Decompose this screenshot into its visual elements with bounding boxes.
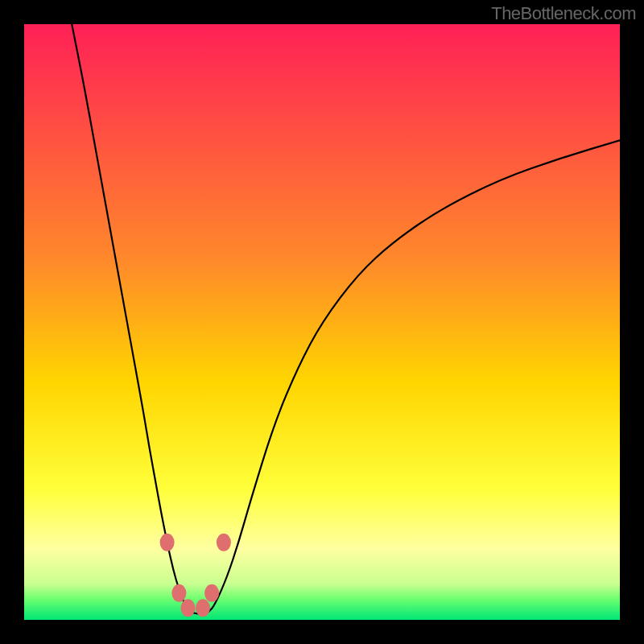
watermark-text: TheBottleneck.com (491, 3, 636, 24)
curve-marker (180, 599, 195, 617)
curve-marker (171, 584, 186, 602)
curve-marker (196, 599, 210, 617)
curve-marker (204, 584, 219, 602)
curve-marker (217, 534, 231, 551)
chart-frame: TheBottleneck.com (0, 0, 644, 644)
plot-background (24, 24, 620, 620)
curve-marker (160, 534, 175, 551)
bottleneck-chart (24, 24, 620, 620)
